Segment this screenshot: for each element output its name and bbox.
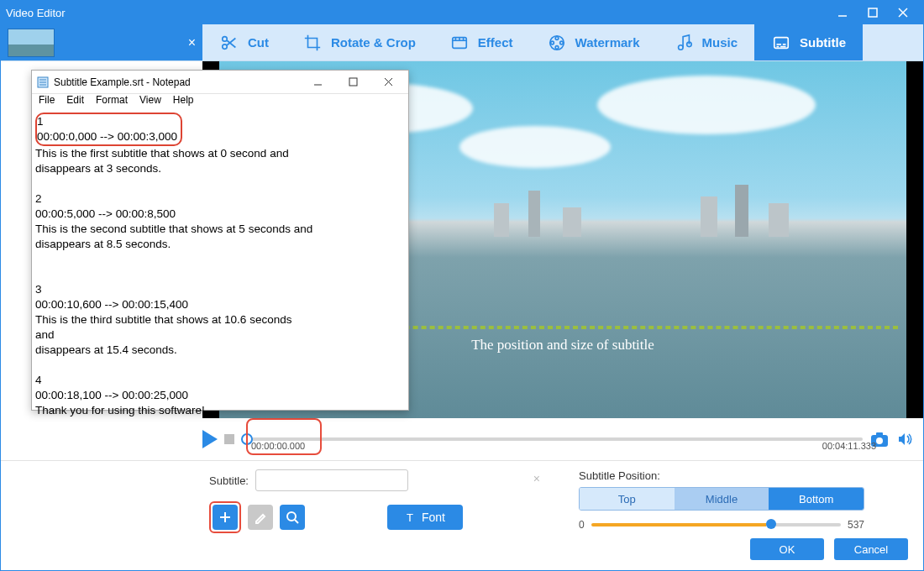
notepad-close-button[interactable] (373, 71, 403, 93)
reel-icon (547, 33, 567, 53)
position-slider-thumb[interactable] (766, 519, 776, 529)
notepad-app-icon (37, 76, 49, 88)
notepad-titlebar[interactable]: Subtitle Example.srt - Notepad (32, 71, 408, 94)
notepad-maximize-button[interactable] (338, 71, 368, 93)
transport-bar: 00:00:00.000 00:04:11.333 (1, 418, 923, 460)
svg-rect-38 (349, 78, 357, 86)
svg-line-31 (295, 520, 298, 523)
clip-thumbnail (8, 29, 55, 57)
notepad-menu-file[interactable]: File (39, 94, 55, 111)
annotation-highlight-srt: 100:00:0,000 --> 00:00:3,000 (35, 113, 182, 146)
svg-point-30 (287, 512, 296, 521)
clip-close-icon[interactable]: × (188, 35, 196, 50)
subtitle-text-input[interactable] (255, 469, 408, 491)
svg-point-13 (549, 35, 564, 50)
seek-slider[interactable] (241, 437, 863, 441)
tab-label: Watermark (575, 35, 640, 50)
slider-max-label: 537 (848, 519, 864, 531)
crop-icon (302, 33, 323, 53)
tab-rotate-crop[interactable]: Rotate & Crop (286, 24, 433, 60)
add-subtitle-button[interactable] (213, 505, 238, 530)
svg-point-26 (876, 437, 883, 444)
current-time-label: 00:00:00.000 (251, 441, 305, 451)
search-subtitle-button[interactable] (280, 505, 305, 530)
tab-subtitle[interactable]: Subtitle (754, 24, 863, 60)
position-option-middle[interactable]: Middle (675, 488, 769, 510)
close-button[interactable] (888, 1, 918, 24)
toolbar-row: × Cut Rotate & Crop Effect Watermark Mus… (1, 24, 923, 61)
tab-effect[interactable]: Effect (433, 24, 530, 60)
ok-button[interactable]: OK (750, 538, 824, 560)
slider-min-label: 0 (579, 519, 585, 531)
tab-label: Effect (478, 35, 513, 50)
tab-label: Rotate & Crop (331, 35, 416, 50)
position-slider[interactable] (591, 523, 841, 526)
play-button[interactable] (202, 430, 218, 448)
svg-rect-1 (869, 8, 877, 17)
position-segmented-control: Top Middle Bottom (579, 487, 864, 511)
clip-thumbnail-cell[interactable]: × (1, 24, 202, 60)
titlebar: Video Editor (1, 1, 923, 24)
edit-subtitle-button[interactable] (248, 505, 273, 530)
font-button-label: Font (422, 511, 445, 524)
notepad-text-area[interactable]: 100:00:0,000 --> 00:00:3,000This is the … (32, 111, 408, 418)
subtitle-input-label: Subtitle: (209, 474, 249, 487)
cancel-button[interactable]: Cancel (834, 538, 908, 560)
window-title: Video Editor (6, 7, 66, 19)
notepad-menu-format[interactable]: Format (96, 94, 128, 111)
svg-text:T: T (407, 511, 413, 523)
tab-music[interactable]: Music (657, 24, 755, 60)
svg-rect-27 (876, 432, 883, 436)
notepad-minimize-button[interactable] (302, 71, 333, 93)
svg-point-5 (223, 44, 228, 49)
font-button[interactable]: T Font (387, 505, 463, 530)
svg-point-17 (559, 41, 563, 45)
volume-button[interactable] (896, 431, 913, 448)
notepad-window[interactable]: Subtitle Example.srt - Notepad File Edit… (31, 70, 409, 411)
minimize-button[interactable] (827, 1, 858, 24)
svg-point-18 (678, 45, 683, 50)
position-option-bottom[interactable]: Bottom (769, 488, 864, 510)
notepad-body-rest: This is the first subtitle that shows at… (32, 146, 408, 418)
tab-label: Music (702, 35, 738, 50)
tab-cut[interactable]: Cut (202, 24, 286, 60)
tab-watermark[interactable]: Watermark (530, 24, 657, 60)
position-label: Subtitle Position: (579, 469, 864, 482)
total-time-label: 00:04:11.333 (822, 441, 876, 451)
notepad-menu-help[interactable]: Help (173, 94, 194, 111)
notepad-menu-edit[interactable]: Edit (66, 94, 84, 111)
subtitle-icon (771, 33, 791, 53)
notepad-menu-view[interactable]: View (139, 94, 161, 111)
music-icon (674, 33, 694, 53)
svg-point-15 (555, 45, 559, 49)
maximize-button[interactable] (858, 1, 888, 24)
tab-label: Cut (248, 35, 269, 50)
scissors-icon (219, 33, 239, 53)
svg-point-14 (555, 36, 559, 39)
notepad-title: Subtitle Example.srt - Notepad (54, 76, 297, 88)
film-icon (449, 33, 470, 53)
svg-point-4 (223, 36, 228, 41)
notepad-menu: File Edit Format View Help (32, 94, 408, 111)
tab-label: Subtitle (800, 35, 846, 50)
clear-input-icon[interactable]: × (533, 472, 540, 485)
position-option-top[interactable]: Top (580, 488, 675, 510)
main-toolbar: Cut Rotate & Crop Effect Watermark Music… (202, 24, 923, 60)
stop-button[interactable] (224, 434, 234, 444)
annotation-highlight-add (209, 501, 241, 533)
svg-point-16 (550, 41, 554, 45)
